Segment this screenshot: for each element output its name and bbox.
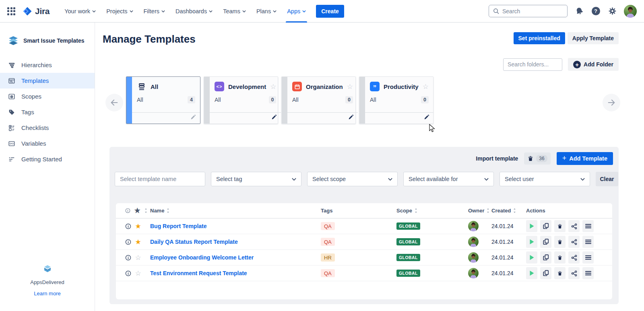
info-icon[interactable] — [125, 255, 131, 261]
clear-filters-button[interactable]: Clear — [596, 172, 618, 186]
sidebar-item-tags[interactable]: Tags — [0, 104, 95, 120]
column-scope[interactable]: Scope — [396, 208, 412, 214]
template-name-link[interactable]: Daily QA Status Report Template — [150, 239, 238, 245]
sidebar-item-variables[interactable]: Variables — [0, 136, 95, 151]
nav-teams[interactable]: Teams — [218, 0, 251, 23]
star-icon[interactable]: ☆ — [134, 254, 142, 261]
nav-projects[interactable]: Projects — [101, 0, 138, 23]
sort-icon[interactable] — [166, 208, 170, 213]
star-icon[interactable]: ★ — [134, 239, 142, 245]
more-menu-button[interactable] — [582, 236, 594, 248]
owner-avatar[interactable] — [468, 252, 479, 263]
sort-icon[interactable] — [513, 208, 516, 213]
folder-card-organization[interactable]: Organization ☆ All 0 — [281, 76, 356, 124]
template-name-link[interactable]: Bug Report Template — [150, 223, 207, 229]
info-icon[interactable] — [125, 270, 131, 276]
import-template-link[interactable]: Import template — [476, 155, 518, 162]
jira-logo[interactable]: Jira — [23, 6, 50, 16]
sort-icon[interactable] — [144, 208, 148, 213]
delete-template-button[interactable] — [554, 251, 566, 264]
column-name[interactable]: Name — [150, 208, 164, 214]
template-name-link[interactable]: Employee Onboarding Welcome Letter — [150, 254, 254, 261]
add-folder-button[interactable]: + Add Folder — [568, 58, 619, 71]
settings-gear-icon[interactable] — [607, 6, 617, 16]
edit-pencil-icon[interactable] — [423, 114, 429, 122]
nav-plans[interactable]: Plans — [251, 0, 282, 23]
sidebar-item-templates[interactable]: Templates — [0, 73, 95, 89]
column-owner[interactable]: Owner — [468, 208, 484, 214]
edit-pencil-icon[interactable] — [348, 114, 354, 122]
run-template-button[interactable] — [526, 236, 537, 248]
user-avatar[interactable] — [624, 5, 637, 18]
filter-available-for-select[interactable]: Select available for — [403, 172, 494, 186]
filter-user-select[interactable]: Select user — [500, 172, 590, 186]
sort-icon[interactable] — [414, 208, 418, 213]
folder-card-productivity[interactable]: ” Productivity ☆ All 0 — [359, 76, 433, 124]
more-menu-button[interactable] — [582, 251, 594, 264]
star-outline-icon[interactable]: ☆ — [270, 83, 276, 90]
sidebar-item-checklists[interactable]: Checklists — [0, 120, 95, 136]
nav-filters[interactable]: Filters — [138, 0, 170, 23]
info-icon[interactable] — [125, 239, 131, 245]
filter-template-name-input[interactable] — [115, 172, 205, 186]
sort-icon[interactable] — [486, 208, 490, 213]
share-template-button[interactable] — [568, 251, 580, 264]
notifications-bell-icon[interactable] — [574, 6, 584, 16]
owner-avatar[interactable] — [468, 268, 479, 278]
filter-tag-select[interactable]: Select tag — [211, 172, 301, 186]
share-icon — [571, 239, 577, 245]
owner-avatar[interactable] — [468, 237, 479, 247]
set-preinstalled-button[interactable]: Set preinstalled — [514, 32, 565, 44]
carousel-next-button[interactable] — [603, 94, 620, 111]
info-icon[interactable] — [125, 223, 131, 229]
edit-pencil-icon[interactable] — [271, 114, 277, 122]
add-template-button[interactable]: + Add Template — [557, 152, 613, 165]
star-icon[interactable]: ☆ — [134, 270, 142, 277]
delete-template-button[interactable] — [554, 267, 566, 279]
run-template-button[interactable] — [526, 251, 537, 264]
nav-apps[interactable]: Apps — [282, 0, 311, 23]
more-menu-button[interactable] — [582, 267, 594, 279]
copy-template-button[interactable] — [540, 220, 551, 232]
copy-template-button[interactable] — [540, 251, 551, 264]
help-icon[interactable]: ? — [591, 6, 601, 16]
column-created[interactable]: Created — [491, 208, 511, 214]
nav-dashboards[interactable]: Dashboards — [170, 0, 218, 23]
search-folders-input[interactable] — [503, 58, 562, 71]
scope-badge: GLOBAL — [396, 222, 420, 230]
folder-card-all[interactable]: All All 4 — [126, 76, 200, 124]
carousel-prev-button[interactable] — [105, 94, 123, 111]
star-icon[interactable]: ★ — [134, 223, 142, 230]
run-template-button[interactable] — [526, 220, 537, 232]
share-template-button[interactable] — [568, 236, 580, 248]
share-template-button[interactable] — [568, 267, 580, 279]
share-template-button[interactable] — [568, 220, 580, 232]
learn-more-link[interactable]: Learn more — [0, 290, 95, 297]
copy-template-button[interactable] — [540, 236, 551, 248]
sidebar-item-getting-started[interactable]: Getting Started — [0, 151, 95, 167]
owner-avatar[interactable] — [468, 221, 479, 231]
sidebar-item-hierarchies[interactable]: Hierarchies — [0, 57, 95, 73]
filter-select-value: Select tag — [216, 176, 242, 182]
nav-your-work[interactable]: Your work — [59, 0, 101, 23]
delete-template-button[interactable] — [554, 220, 566, 232]
global-search-input[interactable] — [502, 8, 559, 14]
run-template-button[interactable] — [526, 267, 537, 279]
global-search[interactable] — [489, 5, 568, 17]
more-menu-button[interactable] — [582, 220, 594, 232]
filter-scope-select[interactable]: Select scope — [307, 172, 398, 186]
create-button[interactable]: Create — [316, 5, 344, 18]
folder-card-strip — [282, 77, 287, 124]
delete-template-button[interactable] — [554, 236, 566, 248]
sidebar-item-scopes[interactable]: Scopes — [0, 89, 95, 104]
folder-card-development[interactable]: <> Development ☆ All 0 — [204, 76, 278, 124]
star-outline-icon[interactable]: ☆ — [423, 83, 429, 90]
edit-pencil-icon[interactable] — [190, 114, 196, 122]
app-switcher-icon[interactable] — [7, 7, 15, 15]
trash-bin-button[interactable]: 36 — [524, 152, 550, 165]
template-name-link[interactable]: Test Environment Request Template — [150, 270, 247, 276]
star-outline-icon[interactable]: ☆ — [347, 83, 353, 90]
star-column-icon[interactable]: ★ — [134, 207, 141, 214]
apply-template-button[interactable]: Apply Template — [568, 32, 619, 44]
copy-template-button[interactable] — [540, 267, 551, 279]
